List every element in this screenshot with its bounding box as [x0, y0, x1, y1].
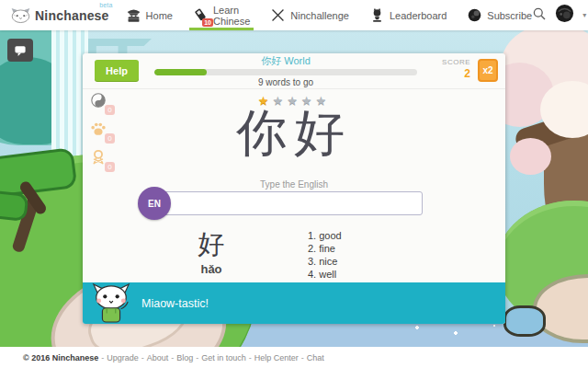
- footer-bar: © 2016 Ninchanese - Upgrade - About - Bl…: [0, 347, 588, 368]
- footer-link-help-center[interactable]: Help Center: [254, 353, 299, 362]
- footer-link-blog[interactable]: Blog: [176, 353, 193, 362]
- progress-fill: [154, 69, 207, 75]
- trophy-cat-icon: [369, 7, 385, 23]
- cat-mascot: [88, 282, 134, 323]
- meaning-item: 2. fine: [308, 242, 342, 255]
- nav-item-ninchallenge[interactable]: Ninchallenge: [270, 0, 349, 30]
- meaning-list: 1. good 2. fine 3. nice 4. well: [308, 229, 342, 281]
- nav-label: Subscribe: [487, 10, 532, 21]
- top-navigation-bar: Ninchanese beta Home 10 Learn Chinese Ni…: [0, 0, 588, 30]
- feedback-bar: Miaow-tastic!: [83, 282, 505, 324]
- footer-link-about[interactable]: About: [147, 353, 169, 362]
- search-icon[interactable]: [532, 6, 547, 25]
- speech-bubble-icon: [13, 43, 28, 58]
- separator: -: [249, 353, 252, 362]
- user-avatar[interactable]: [555, 4, 574, 27]
- ninchanese-logo[interactable]: Ninchanese beta: [11, 6, 109, 25]
- lesson-card-header: Help 你好 World 9 words to go SCORE 2 x2: [83, 53, 505, 89]
- chevron-down-icon[interactable]: ▾: [582, 11, 586, 19]
- meaning-item: 3. nice: [308, 255, 342, 268]
- crossed-swords-icon: [270, 7, 286, 23]
- help-button[interactable]: Help: [95, 60, 139, 81]
- answer-input-wrap: EN: [156, 191, 423, 215]
- feedback-tab-button[interactable]: [7, 39, 33, 62]
- lesson-title: 你好 World: [154, 55, 417, 67]
- separator: -: [196, 353, 198, 362]
- copyright-text: © 2016 Ninchanese: [23, 353, 98, 362]
- separator: -: [301, 353, 304, 362]
- cherry-blossom-cluster: [510, 138, 551, 175]
- lesson-count-badge: 10: [202, 18, 213, 27]
- score-block: SCORE 2: [442, 58, 470, 80]
- separator: -: [141, 353, 144, 362]
- meaning-item: 4. well: [308, 268, 342, 281]
- score-value: 2: [442, 67, 470, 80]
- multiplier-badge: x2: [478, 59, 498, 82]
- nav-item-learn-chinese[interactable]: 10 Learn Chinese: [193, 0, 250, 30]
- main-nav: Home 10 Learn Chinese Ninchallenge Leade…: [126, 0, 533, 30]
- logo-text: Ninchanese beta: [35, 8, 109, 23]
- nav-item-leaderboard[interactable]: Leaderboard: [369, 0, 447, 30]
- cat-logo-icon: [11, 6, 30, 25]
- beta-badge: beta: [99, 2, 112, 8]
- footer-link-upgrade[interactable]: Upgrade: [107, 353, 139, 362]
- footer-link-chat[interactable]: Chat: [307, 353, 324, 362]
- prompt-hanzi: 你好: [83, 104, 505, 162]
- lesson-card: Help 你好 World 9 words to go SCORE 2 x2 0: [83, 53, 505, 324]
- counter-badge: 0: [105, 162, 115, 172]
- meaning-item: 1. good: [308, 229, 342, 242]
- answer-hanzi: 好: [170, 226, 253, 263]
- pagoda-home-icon: [126, 7, 141, 23]
- nav-item-subscribe[interactable]: Subscribe: [467, 0, 532, 30]
- language-badge: EN: [138, 187, 171, 220]
- score-label: SCORE: [442, 58, 470, 66]
- nav-label: Home: [146, 10, 173, 21]
- nav-label: Ninchallenge: [290, 10, 349, 21]
- stamp-icon: 10: [193, 7, 209, 23]
- answer-pinyin: hǎo: [170, 262, 253, 276]
- separator: -: [171, 353, 174, 362]
- answer-input[interactable]: [156, 191, 423, 215]
- separator: -: [101, 353, 104, 362]
- lesson-progress-block: 你好 World 9 words to go: [154, 55, 417, 87]
- nav-label: Learn Chinese: [213, 5, 250, 27]
- subscribe-icon: [467, 7, 482, 23]
- pond-right: [503, 305, 546, 337]
- nav-item-home[interactable]: Home: [126, 0, 173, 30]
- feedback-message: Miaow-tastic!: [141, 282, 209, 324]
- progress-bar: [154, 69, 417, 75]
- header-actions: ▾ ▾: [532, 4, 588, 27]
- words-remaining: 9 words to go: [154, 77, 417, 87]
- nav-label: Leaderboard: [390, 10, 447, 21]
- footer-link-get-in-touch[interactable]: Get in touch: [201, 353, 246, 362]
